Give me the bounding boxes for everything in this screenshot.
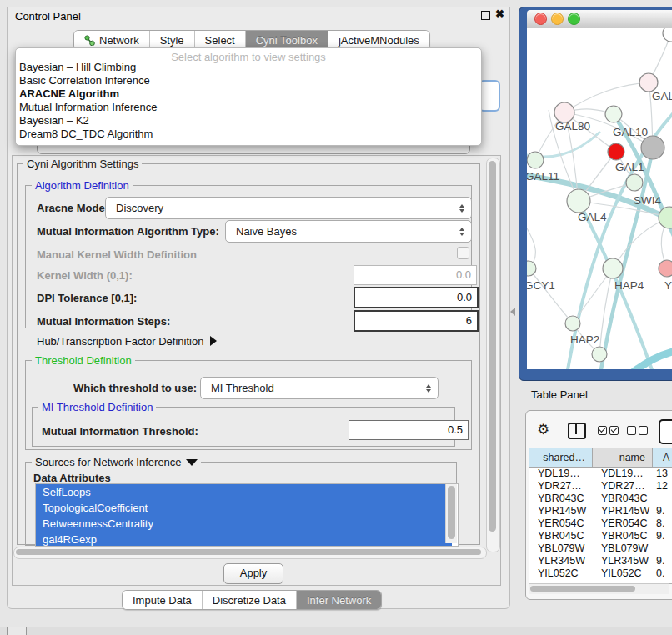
table-cell[interactable] xyxy=(653,542,672,555)
manual-kernel-width-checkbox[interactable] xyxy=(457,247,469,259)
table-cell[interactable]: YIL052C xyxy=(593,568,653,580)
split-pane-collapse-handle[interactable] xyxy=(510,308,515,316)
network-node[interactable] xyxy=(608,143,624,160)
table-cell[interactable]: YBL079W xyxy=(593,542,653,555)
table-cell[interactable]: YBR043C xyxy=(529,492,593,505)
dpi-tolerance-field[interactable]: 0.0 xyxy=(354,287,479,308)
sources-title[interactable]: Sources for Network Inference xyxy=(32,456,201,468)
mi-threshold-field[interactable]: 0.5 xyxy=(349,420,469,440)
attribute-list-item[interactable]: BetweennessCentrality xyxy=(36,516,452,532)
hub-definition-expander[interactable]: Hub/Transcription Factor Definition xyxy=(37,335,217,348)
unchecked-checkbox-icon[interactable] xyxy=(627,426,636,435)
minimize-traffic-light[interactable] xyxy=(551,12,564,25)
attribute-list-item[interactable]: gal4RGexp xyxy=(36,532,452,547)
algorithm-option[interactable]: Bayesian – Hill Climbing xyxy=(19,61,478,74)
table-cell[interactable]: YPR145W xyxy=(593,505,653,518)
settings-vertical-scrollbar[interactable] xyxy=(486,158,500,552)
table-row[interactable]: YDR27…YDR27…12 xyxy=(529,480,672,492)
close-traffic-light[interactable] xyxy=(534,12,547,25)
table-row[interactable]: YBR045CYBR045C9. xyxy=(529,530,672,542)
table-cell[interactable]: 8. xyxy=(653,518,672,530)
table-cell[interactable]: YPR145W xyxy=(529,505,593,518)
tab-impute-data[interactable]: Impute Data xyxy=(123,591,203,609)
table-cell[interactable]: YER054C xyxy=(593,518,653,530)
checked-checkbox-icon[interactable] xyxy=(609,426,619,435)
table-function-button-partial[interactable] xyxy=(659,419,672,444)
algorithm-option[interactable]: ARACNE Algorithm xyxy=(19,88,478,101)
algorithm-option[interactable]: Basic Correlation Inference xyxy=(19,74,478,88)
node-table[interactable]: shared… name A YDL19…YDL19…13YDR27…YDR27… xyxy=(529,448,672,584)
table-row[interactable]: YER054CYER054C8. xyxy=(529,518,672,530)
collapsed-panel-icon[interactable] xyxy=(7,627,27,635)
mi-algorithm-type-combobox[interactable]: Naive Bayes xyxy=(225,220,472,242)
network-node[interactable] xyxy=(592,347,607,362)
network-node-gal1[interactable] xyxy=(626,174,643,191)
table-cell[interactable]: YDR27… xyxy=(593,480,653,492)
attribute-list-scrollbar[interactable] xyxy=(445,484,457,543)
table-cell[interactable]: 9. xyxy=(653,555,672,568)
tab-jactivemnodules[interactable]: jActiveMNodules xyxy=(328,31,429,49)
table-cell[interactable]: YBL079W xyxy=(529,542,593,555)
aracne-mode-combobox[interactable]: Discovery xyxy=(105,197,472,219)
attribute-list-item[interactable]: SelfLoops xyxy=(36,484,452,500)
column-header-name[interactable]: name xyxy=(593,448,653,467)
network-node-hap4[interactable] xyxy=(603,258,623,278)
network-node-gal11[interactable] xyxy=(527,152,544,168)
settings-horizontal-scrollbar[interactable] xyxy=(13,547,487,559)
column-header-shared-name[interactable]: shared… xyxy=(529,448,593,467)
kernel-width-field[interactable]: 0.0 xyxy=(354,265,477,285)
table-cell[interactable]: YDR27… xyxy=(529,480,593,492)
table-cell[interactable]: 0. xyxy=(653,568,672,580)
table-cell[interactable]: YBR045C xyxy=(593,530,653,542)
algorithm-option[interactable]: Bayesian – K2 xyxy=(19,114,478,128)
tab-discretize-data[interactable]: Discretize Data xyxy=(203,591,297,609)
network-node-gal4[interactable] xyxy=(567,189,590,212)
close-icon[interactable]: ✖ xyxy=(495,8,504,20)
data-attributes-list[interactable]: SelfLoopsTopologicalCoefficientBetweenne… xyxy=(35,483,459,547)
table-row[interactable]: YPR145WYPR145W9. xyxy=(529,505,672,518)
zoom-traffic-light[interactable] xyxy=(568,12,580,25)
network-node-gal[interactable] xyxy=(639,73,658,92)
table-cell[interactable]: YIL052C xyxy=(529,568,593,580)
column-header-partial[interactable]: A xyxy=(653,448,672,467)
table-row[interactable]: YBL079WYBL079W xyxy=(529,542,672,555)
tab-style[interactable]: Style xyxy=(150,31,195,49)
table-cell[interactable]: YBR043C xyxy=(593,492,653,505)
network-node-hap2[interactable] xyxy=(565,316,580,331)
network-node[interactable] xyxy=(663,28,672,42)
tab-network[interactable]: Network xyxy=(74,31,150,49)
attribute-list-item[interactable]: TopologicalCoefficient xyxy=(36,500,452,516)
algorithm-option[interactable]: Mutual Information Inference xyxy=(19,101,478,114)
columns-icon[interactable] xyxy=(568,422,586,439)
unchecked-checkbox-icon[interactable] xyxy=(639,426,648,435)
checked-checkbox-icon[interactable] xyxy=(598,426,607,435)
network-canvas[interactable]: GALGAL80GAL10GAL1GAL11GAL4SWI4GCY1HAP4YH… xyxy=(527,28,672,369)
network-node-gal10[interactable] xyxy=(605,106,622,122)
table-cell[interactable]: 12 xyxy=(653,480,672,492)
mi-steps-field[interactable]: 6 xyxy=(354,310,479,332)
table-cell[interactable] xyxy=(653,492,672,505)
tab-select[interactable]: Select xyxy=(195,31,246,49)
table-cell[interactable]: YLR345W xyxy=(529,555,593,568)
apply-button[interactable]: Apply xyxy=(223,563,283,584)
table-cell[interactable]: 9. xyxy=(653,530,672,542)
float-window-icon[interactable] xyxy=(481,11,490,20)
table-cell[interactable]: YLR345W xyxy=(593,555,653,568)
algorithm-option[interactable]: Dream8 DC_TDC Algorithm xyxy=(19,128,478,141)
table-row[interactable]: YBR043CYBR043C xyxy=(529,492,672,505)
which-threshold-combobox[interactable]: MI Threshold xyxy=(200,377,439,399)
network-node-gcy1[interactable] xyxy=(527,261,536,276)
table-cell[interactable]: 13 xyxy=(653,468,672,480)
table-row[interactable]: YDL19…YDL19…13 xyxy=(529,468,672,480)
network-node-y[interactable] xyxy=(659,260,672,277)
network-window-titlebar[interactable] xyxy=(527,10,672,28)
tab-cyni-toolbox[interactable]: Cyni Toolbox xyxy=(246,31,328,49)
network-node[interactable] xyxy=(641,136,664,159)
table-cell[interactable]: 9. xyxy=(653,505,672,518)
table-row[interactable]: YIL052CYIL052C0. xyxy=(529,568,672,580)
tab-infer-network[interactable]: Infer Network xyxy=(297,591,381,609)
table-horizontal-scrollbar[interactable] xyxy=(529,583,669,594)
table-cell[interactable]: YER054C xyxy=(529,518,593,530)
table-cell[interactable]: YBR045C xyxy=(529,530,593,542)
gear-icon[interactable]: ⚙ xyxy=(537,421,549,438)
